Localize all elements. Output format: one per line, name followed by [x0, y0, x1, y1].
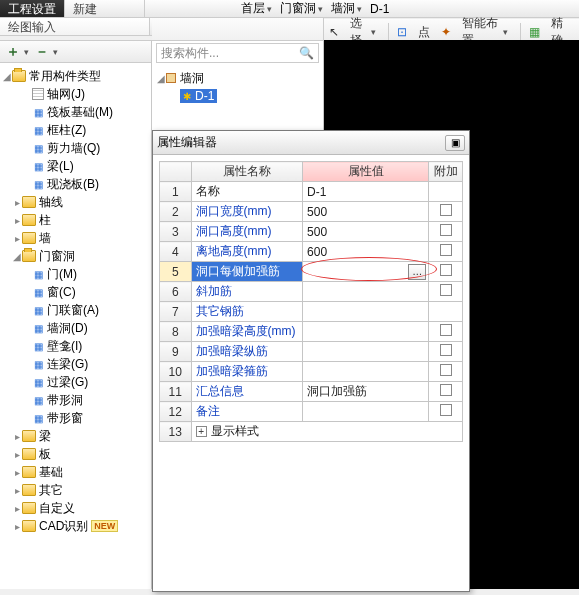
component-icon: ▦	[32, 268, 44, 280]
item-icon: ✱	[183, 91, 191, 102]
tree-folder-open[interactable]: ◢门窗洞	[2, 247, 149, 265]
prop-value[interactable]: 500	[303, 222, 429, 242]
property-row[interactable]: 10加强暗梁箍筋	[160, 362, 463, 382]
prop-name: 加强暗梁高度(mm)	[191, 322, 303, 342]
tree-leaf[interactable]: ▦筏板基础(M)	[2, 103, 149, 121]
prop-value[interactable]: 洞口加强筋	[303, 382, 429, 402]
component-icon: ▦	[32, 340, 44, 352]
col-value: 属性值	[303, 162, 429, 182]
checkbox[interactable]	[440, 364, 452, 376]
folder-icon	[22, 196, 36, 208]
prop-name: 名称	[191, 182, 303, 202]
property-row[interactable]: 1名称D-1	[160, 182, 463, 202]
folder-icon	[22, 466, 36, 478]
tool-point[interactable]: 点	[414, 24, 434, 41]
tree-leaf[interactable]: ▦窗(C)	[2, 283, 149, 301]
tree-leaf[interactable]: 轴网(J)	[2, 85, 149, 103]
dialog-close-button[interactable]: ▣	[445, 135, 465, 151]
ellipsis-button[interactable]: …	[408, 264, 426, 280]
prop-value[interactable]	[303, 402, 429, 422]
prop-value[interactable]: D-1	[303, 182, 429, 202]
tree-folder[interactable]: ▸其它	[2, 481, 149, 499]
tree-folder[interactable]: ▸柱	[2, 211, 149, 229]
tree-folder[interactable]: ▸墙	[2, 229, 149, 247]
checkbox[interactable]	[440, 384, 452, 396]
prop-value[interactable]	[303, 302, 429, 322]
property-row[interactable]: 8加强暗梁高度(mm)	[160, 322, 463, 342]
prop-value[interactable]	[303, 342, 429, 362]
property-row[interactable]: 3洞口高度(mm)500	[160, 222, 463, 242]
property-row[interactable]: 11汇总信息洞口加强筋	[160, 382, 463, 402]
checkbox[interactable]	[440, 284, 452, 296]
prop-value[interactable]: 600	[303, 242, 429, 262]
prop-value[interactable]	[303, 282, 429, 302]
col-name: 属性名称	[191, 162, 303, 182]
add-button[interactable]: ＋	[6, 43, 20, 61]
tree-leaf[interactable]: ▦剪力墙(Q)	[2, 139, 149, 157]
tree-folder[interactable]: ▸梁	[2, 427, 149, 445]
component-icon: ▦	[32, 160, 44, 172]
search-components[interactable]: 搜索构件... 🔍	[156, 43, 319, 63]
tree-folder[interactable]: ▸CAD识别NEW	[2, 517, 149, 535]
property-row-expand[interactable]: 13+显示样式	[160, 422, 463, 442]
prop-value[interactable]	[303, 362, 429, 382]
property-row[interactable]: 2洞口宽度(mm)500	[160, 202, 463, 222]
dd-category[interactable]: 门窗洞▾	[276, 0, 327, 17]
tree-folder[interactable]: ▸板	[2, 445, 149, 463]
property-row[interactable]: 9加强暗梁纵筋	[160, 342, 463, 362]
property-row[interactable]: 5洞口每侧加强筋…	[160, 262, 463, 282]
tree-leaf[interactable]: ▦带形洞	[2, 391, 149, 409]
tree-leaf[interactable]: ▦现浇板(B)	[2, 175, 149, 193]
tree-leaf[interactable]: ▦带形窗	[2, 409, 149, 427]
dialog-title: 属性编辑器	[157, 134, 217, 151]
checkbox[interactable]	[440, 344, 452, 356]
tab-new[interactable]: 新建	[65, 0, 145, 17]
tree-leaf[interactable]: ▦连梁(G)	[2, 355, 149, 373]
tree-leaf[interactable]: ▦门联窗(A)	[2, 301, 149, 319]
tree-root[interactable]: ◢常用构件类型	[2, 67, 149, 85]
tree-leaf[interactable]: ▦门(M)	[2, 265, 149, 283]
prop-value[interactable]: …	[303, 262, 429, 282]
checkbox[interactable]	[440, 264, 452, 276]
prop-name: 加强暗梁箍筋	[191, 362, 303, 382]
folder-icon	[22, 502, 36, 514]
point-icon: ⊡	[397, 25, 409, 39]
prop-name: 其它钢筋	[191, 302, 303, 322]
tree-folder[interactable]: ▸基础	[2, 463, 149, 481]
prop-name: 洞口高度(mm)	[191, 222, 303, 242]
component-icon: ▦	[32, 178, 44, 190]
component-icon: ▦	[32, 394, 44, 406]
component-icon: ▦	[32, 412, 44, 424]
tab-project-settings[interactable]: 工程设置	[0, 0, 65, 17]
checkbox[interactable]	[440, 204, 452, 216]
prop-name: 斜加筋	[191, 282, 303, 302]
property-row[interactable]: 6斜加筋	[160, 282, 463, 302]
checkbox[interactable]	[440, 224, 452, 236]
tree-leaf[interactable]: ▦壁龛(I)	[2, 337, 149, 355]
property-row[interactable]: 4离地高度(mm)600	[160, 242, 463, 262]
cursor-icon: ↖	[328, 25, 340, 39]
checkbox[interactable]	[440, 244, 452, 256]
expand-icon[interactable]: +	[196, 426, 207, 437]
tab-draw-input[interactable]: 绘图输入	[0, 18, 150, 35]
dd-floor[interactable]: 首层▾	[237, 0, 276, 17]
component-icon: ▦	[32, 358, 44, 370]
tree-leaf[interactable]: ▦框柱(Z)	[2, 121, 149, 139]
mid-tree-item[interactable]: ✱D-1	[156, 87, 319, 105]
checkbox[interactable]	[440, 324, 452, 336]
component-icon: ▦	[32, 286, 44, 298]
tree-leaf[interactable]: ▦梁(L)	[2, 157, 149, 175]
property-row[interactable]: 7其它钢筋	[160, 302, 463, 322]
remove-button[interactable]: －	[35, 43, 49, 61]
tree-leaf[interactable]: ▦过梁(G)	[2, 373, 149, 391]
prop-name: 加强暗梁纵筋	[191, 342, 303, 362]
checkbox[interactable]	[440, 404, 452, 416]
property-row[interactable]: 12备注	[160, 402, 463, 422]
component-icon: ▦	[32, 376, 44, 388]
prop-value[interactable]: 500	[303, 202, 429, 222]
tree-leaf[interactable]: ▦墙洞(D)	[2, 319, 149, 337]
prop-value[interactable]	[303, 322, 429, 342]
mid-tree-root[interactable]: ◢ 墙洞	[156, 69, 319, 87]
tree-folder[interactable]: ▸轴线	[2, 193, 149, 211]
tree-folder[interactable]: ▸自定义	[2, 499, 149, 517]
